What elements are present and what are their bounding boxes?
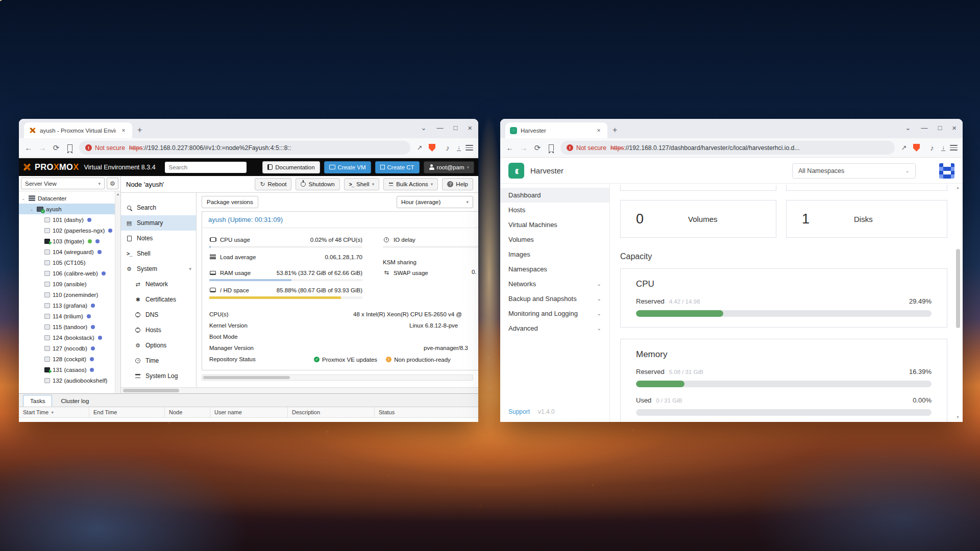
vertical-scrollbar[interactable] — [956, 249, 960, 328]
menu-item-network[interactable]: ⇄Network — [121, 277, 196, 292]
maximize-button[interactable]: □ — [938, 124, 942, 132]
user-menu-button[interactable]: root@pam▾ — [424, 161, 474, 173]
back-icon[interactable]: ← — [24, 143, 33, 152]
scroll-up-icon[interactable]: ▲ — [956, 186, 960, 189]
tree-item-vm[interactable]: 113 (grafana) — [19, 300, 120, 311]
tree-item-vm[interactable]: 127 (nocodb) — [19, 343, 120, 354]
menu-icon[interactable] — [465, 145, 473, 151]
help-button[interactable]: ?Help — [442, 178, 473, 190]
support-link[interactable]: Support — [508, 408, 530, 415]
menu-item-hosts[interactable]: Hosts — [121, 322, 196, 338]
sidebar-item-volumes[interactable]: Volumes — [500, 232, 609, 247]
new-tab-button[interactable]: + — [612, 126, 617, 135]
sidebar-item-dashboard[interactable]: Dashboard — [500, 188, 609, 203]
media-control-icon[interactable]: ♪ — [443, 143, 452, 152]
reboot-button[interactable]: ↻Reboot — [255, 178, 291, 190]
new-tab-button[interactable]: + — [137, 126, 142, 135]
sidebar-item-images[interactable]: Images — [500, 247, 609, 262]
tab-close-icon[interactable]: × — [119, 127, 128, 135]
tree-item-vm[interactable]: 114 (trilium) — [19, 311, 120, 321]
column-user-name[interactable]: User name — [210, 407, 288, 417]
sidebar-item-monitoring-and-logging[interactable]: Monitoring and Logging⌄ — [500, 306, 609, 321]
tree-item-vm[interactable]: 109 (ansible) — [19, 279, 120, 289]
reload-icon[interactable]: ⟳ — [52, 143, 61, 153]
tree-item-vm[interactable]: 110 (zoneminder) — [19, 289, 120, 300]
menu-item-notes[interactable]: Notes — [121, 231, 196, 246]
panel-horizontal-scrollbar[interactable] — [121, 387, 478, 393]
tree-item-vm[interactable]: 106 (calibre-web) — [19, 268, 120, 279]
period-select[interactable]: Hour (average)▾ — [397, 196, 473, 208]
namespace-select[interactable]: All Namespaces⌄ — [792, 163, 916, 179]
menu-item-dns[interactable]: DNS — [121, 307, 196, 322]
tree-item-vm[interactable]: 128 (cockpit) — [19, 354, 120, 364]
reload-icon[interactable]: ⟳ — [533, 143, 542, 153]
share-icon[interactable]: ↗ — [899, 144, 909, 152]
tab-cluster-log[interactable]: Cluster log — [54, 395, 95, 407]
scroll-down-icon[interactable]: ▼ — [956, 415, 960, 419]
forward-icon[interactable]: → — [38, 143, 47, 152]
tab-close-icon[interactable]: × — [595, 127, 603, 135]
share-icon[interactable]: ↗ — [415, 144, 424, 152]
tab-search-chevron-icon[interactable]: ⌄ — [421, 124, 426, 132]
sidebar-item-advanced[interactable]: Advanced⌄ — [500, 321, 609, 336]
brave-shield-icon[interactable] — [913, 144, 920, 152]
brave-shield-icon[interactable] — [429, 144, 435, 152]
tab-tasks[interactable]: Tasks — [23, 395, 52, 407]
maximize-button[interactable]: □ — [453, 124, 457, 132]
column-end-time[interactable]: End Time — [89, 407, 165, 417]
back-icon[interactable]: ← — [505, 143, 514, 152]
menu-item-summary[interactable]: ▤Summary — [121, 215, 196, 231]
column-node[interactable]: Node — [165, 407, 210, 417]
bulk-actions-button[interactable]: Bulk Actions▾ — [383, 178, 438, 190]
forward-icon[interactable]: → — [519, 143, 528, 152]
shutdown-button[interactable]: Shutdown — [296, 178, 339, 190]
sidebar-item-backup-and-snapshots[interactable]: Backup and Snapshots⌄ — [500, 291, 609, 306]
documentation-button[interactable]: Documentation — [262, 161, 320, 173]
sidebar-item-namespaces[interactable]: Namespaces — [500, 262, 609, 277]
tree-scrollbar[interactable]: ▲ — [115, 191, 120, 393]
browser-tab-harvester[interactable]: ⁘ Harvester × — [505, 122, 607, 138]
menu-item-options[interactable]: ⚙Options — [121, 338, 196, 353]
sidebar-item-hosts[interactable]: Hosts — [500, 203, 609, 217]
create-ct-button[interactable]: Create CT — [375, 161, 420, 173]
pve-search-input[interactable] — [165, 162, 247, 173]
sidebar-item-networks[interactable]: Networks⌄ — [500, 277, 609, 291]
menu-item-time[interactable]: Time — [121, 353, 196, 368]
menu-item-shell[interactable]: >_Shell — [121, 246, 196, 261]
user-avatar[interactable] — [939, 163, 954, 179]
menu-icon[interactable] — [950, 145, 958, 151]
tree-settings-button[interactable]: ⚙ — [107, 178, 118, 189]
close-button[interactable]: × — [952, 123, 957, 132]
tree-item-vm[interactable]: 102 (paperless-ngx) — [19, 225, 120, 236]
menu-item-search[interactable]: Search — [121, 200, 196, 215]
column-start-time[interactable]: Start Time▼ — [19, 407, 89, 417]
bookmark-icon[interactable] — [67, 144, 72, 151]
package-versions-button[interactable]: Package versions — [202, 196, 258, 208]
address-bar[interactable]: ! Not secure https://192.168.0.227:8006/… — [79, 141, 410, 155]
browser-tab-proxmox[interactable]: ayush - Proxmox Virtual Enviro × — [24, 122, 132, 138]
tree-item-vm[interactable]: 105 (CT105) — [19, 257, 120, 268]
minimize-button[interactable]: — — [921, 124, 927, 132]
tree-item-vm[interactable]: 115 (tandoor) — [19, 321, 120, 332]
tree-item-vm[interactable]: 132 (audiobookshelf) — [19, 375, 120, 386]
tree-item-node-ayush[interactable]: ⌄ayush — [19, 204, 120, 214]
downloads-icon[interactable]: ↓ — [941, 145, 945, 151]
create-vm-button[interactable]: Create VM — [324, 161, 371, 173]
column-status[interactable]: Status — [375, 407, 478, 417]
menu-item-system[interactable]: ⚙System▾ — [121, 261, 196, 277]
bookmark-icon[interactable] — [549, 144, 554, 151]
content-horizontal-scrollbar[interactable] — [202, 374, 473, 381]
tree-item-vm[interactable]: 103 (frigate) — [19, 236, 120, 246]
menu-item-updates[interactable]: ⟳Updates▾ — [121, 384, 196, 387]
menu-item-certificates[interactable]: ✱Certificates — [121, 292, 196, 307]
tree-item-vm[interactable]: 124 (bookstack) — [19, 332, 120, 343]
minimize-button[interactable]: — — [436, 124, 443, 132]
menu-item-system-log[interactable]: System Log — [121, 368, 196, 384]
media-control-icon[interactable]: ♪ — [927, 143, 937, 152]
tree-item-vm[interactable]: 101 (dashy) — [19, 214, 120, 225]
close-button[interactable]: × — [468, 123, 472, 132]
sidebar-item-virtual-machines[interactable]: Virtual Machines — [500, 217, 609, 232]
downloads-icon[interactable]: ↓ — [457, 145, 461, 151]
shell-button[interactable]: >_Shell▾ — [344, 178, 380, 190]
tree-item-vm[interactable]: 104 (wireguard) — [19, 246, 120, 257]
